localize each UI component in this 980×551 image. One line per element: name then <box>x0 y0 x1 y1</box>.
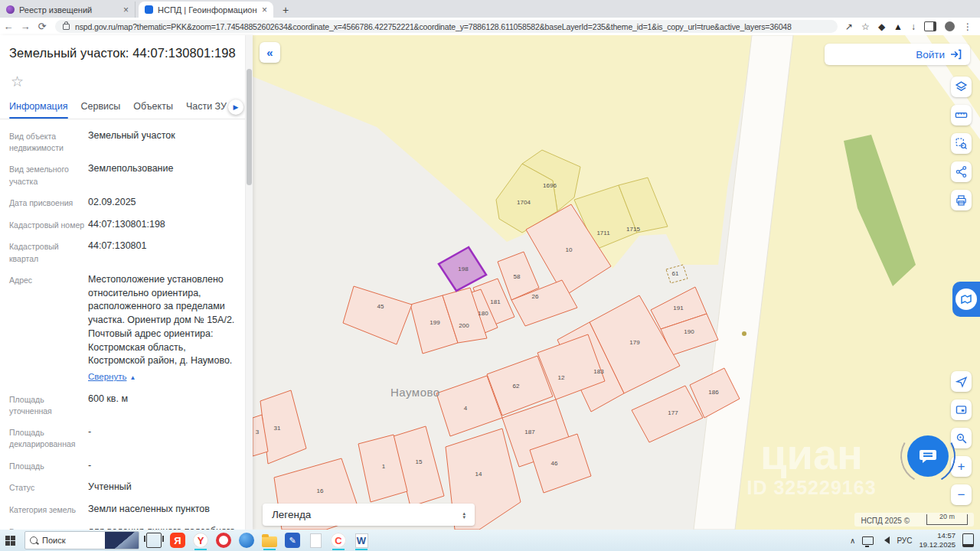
field-value: Учтенный <box>86 481 239 494</box>
task-view-icon[interactable] <box>146 533 162 548</box>
parcel-number-label: 200 <box>459 322 469 329</box>
share-icon[interactable] <box>951 161 972 182</box>
news-widget-thumbnail[interactable] <box>105 532 139 549</box>
legend-toggle-icon[interactable]: ▴▾ <box>462 511 466 519</box>
print-icon[interactable] <box>951 190 972 210</box>
field-label: Площадь декларированная <box>9 425 86 450</box>
sidebar-icon[interactable] <box>924 21 936 31</box>
legend-label: Легенда <box>272 509 311 520</box>
page-title: Земельный участок: 44:07:130801:198 <box>9 46 239 60</box>
locate-icon[interactable] <box>951 371 972 392</box>
legend-bar[interactable]: Легенда ▴▾ <box>263 504 475 526</box>
panel-scrollbar[interactable] <box>245 35 253 530</box>
parcel-number-label: 1 <box>382 463 386 470</box>
taskbar-app-editor[interactable]: ✎ <box>283 530 302 550</box>
map-toolbar-side: +− <box>951 371 972 505</box>
scrollbar-thumb[interactable] <box>247 69 252 185</box>
clock[interactable]: 14:57 19.12.2025 <box>919 531 956 549</box>
field-value: Землепользование <box>86 162 239 187</box>
new-tab-button[interactable]: + <box>278 2 293 18</box>
hidden-icons-chevron[interactable]: ∧ <box>850 536 855 545</box>
taskbar-app-cian[interactable]: C <box>329 530 348 550</box>
panel-tab-объекты[interactable]: Объекты <box>133 101 173 119</box>
parcel-number-label: 26 <box>532 293 539 300</box>
running-indicator <box>355 549 368 551</box>
map-flyout-tab[interactable] <box>952 282 980 317</box>
screen: Реестр извещений×НСПД | Геоинформационны… <box>0 0 980 551</box>
favorite-star-icon[interactable]: ☆ <box>11 73 239 90</box>
attribution-text: НСПД 2025 © <box>861 517 910 525</box>
taskbar-app-doc[interactable] <box>306 530 325 550</box>
parcel-number-label: 1711 <box>596 230 610 236</box>
parcel-number-label: 199 <box>430 319 440 326</box>
field-value: 02.09.2025 <box>86 196 239 210</box>
field-row: Площадь- <box>9 459 239 473</box>
forward-icon[interactable]: → <box>17 21 34 32</box>
start-button[interactable] <box>0 530 20 551</box>
layers-icon[interactable] <box>951 77 972 97</box>
object-search-icon[interactable] <box>951 428 972 448</box>
parcel-number-label: 31 <box>274 425 281 432</box>
panel-tab-части зу[interactable]: Части ЗУ <box>186 101 227 119</box>
field-label: Площадь <box>9 459 86 473</box>
menu-dots-icon[interactable]: ⋮ <box>963 21 972 32</box>
browser-tab[interactable]: Реестр извещений× <box>0 2 136 18</box>
taskbar-app-word[interactable]: W <box>352 530 371 550</box>
field-value: Местоположение установлено относительно … <box>86 273 239 384</box>
cadastral-map[interactable]: 1696170417111715105826181180199200456119… <box>253 35 980 530</box>
login-button[interactable]: Войти <box>825 44 970 65</box>
extension-icon[interactable]: ◆ <box>878 21 885 32</box>
zoom-out-button[interactable]: − <box>951 484 972 505</box>
flyout-map-icon <box>956 289 977 310</box>
language-indicator[interactable]: РУС <box>897 536 912 545</box>
bookmark-star-icon[interactable]: ☆ <box>861 21 870 32</box>
tab-close-icon[interactable]: × <box>123 5 129 15</box>
parcel-number-label: 1696 <box>543 182 557 189</box>
network-icon[interactable] <box>862 536 874 545</box>
yandex-icon: Я <box>170 533 185 548</box>
field-value: 44:07:130801:198 <box>86 218 239 232</box>
notification-center-icon[interactable] <box>962 533 974 547</box>
panel-tab-информация[interactable]: Информация <box>9 101 68 119</box>
share-page-icon[interactable]: ↗ <box>845 21 853 32</box>
taskbar-app-yandex[interactable]: Я <box>168 530 187 550</box>
cian-icon: C <box>331 533 346 548</box>
back-icon[interactable]: ← <box>0 21 17 32</box>
shield-icon <box>239 533 254 548</box>
chat-button[interactable] <box>907 435 949 477</box>
word-icon: W <box>355 533 368 548</box>
field-label: Категория земель <box>9 503 86 517</box>
taskbar-app-shield[interactable] <box>237 530 256 550</box>
taskbar-app-opera[interactable] <box>214 530 233 550</box>
parcel-number-label: 62 <box>513 383 520 390</box>
windows-logo-icon <box>5 536 15 546</box>
ruler-icon[interactable] <box>951 105 972 126</box>
doc-icon <box>310 533 322 548</box>
collapse-address-link[interactable]: Свернуть▲ <box>88 370 136 383</box>
volume-icon[interactable] <box>880 536 890 544</box>
taskbar-search[interactable]: Поиск <box>24 531 139 549</box>
tabs-scroll-right-button[interactable]: ▶ <box>228 99 243 115</box>
editor-icon: ✎ <box>285 533 300 548</box>
field-row: СтатусУчтенный <box>9 481 239 494</box>
parcel-number-label: 45 <box>377 303 384 310</box>
panel-tab-сервисы[interactable]: Сервисы <box>81 101 121 119</box>
profile-avatar[interactable] <box>945 21 955 31</box>
parcel-number-label: 1704 <box>517 199 531 206</box>
download-icon[interactable]: ↓ <box>911 21 916 32</box>
tab-close-icon[interactable]: × <box>262 5 267 15</box>
refresh-icon[interactable]: ⟳ <box>34 21 51 32</box>
area-search-icon[interactable] <box>951 133 972 154</box>
panel-collapse-button[interactable]: « <box>260 42 280 63</box>
map-attribution: НСПД 2025 © 20 m <box>854 513 974 527</box>
taskbar-app-folder[interactable] <box>260 530 279 550</box>
collapse-chevron-icon: ▲ <box>129 373 136 382</box>
field-row: Кадастровый квартал44:07:130801 <box>9 240 239 264</box>
browser-tab[interactable]: НСПД | Геоинформационный п× <box>139 2 273 18</box>
extension2-icon[interactable]: ▲ <box>893 21 903 32</box>
taskbar-app-ybrowser[interactable]: Y <box>191 530 210 550</box>
page-content: Земельный участок: 44:07:130801:198 ☆ Ин… <box>0 35 980 530</box>
parcel-number-label: 1715 <box>626 226 640 233</box>
overview-icon[interactable] <box>951 399 972 420</box>
address-bar[interactable]: nspd.gov.ru/map?thematic=PKK&zoom=17.745… <box>55 20 838 33</box>
